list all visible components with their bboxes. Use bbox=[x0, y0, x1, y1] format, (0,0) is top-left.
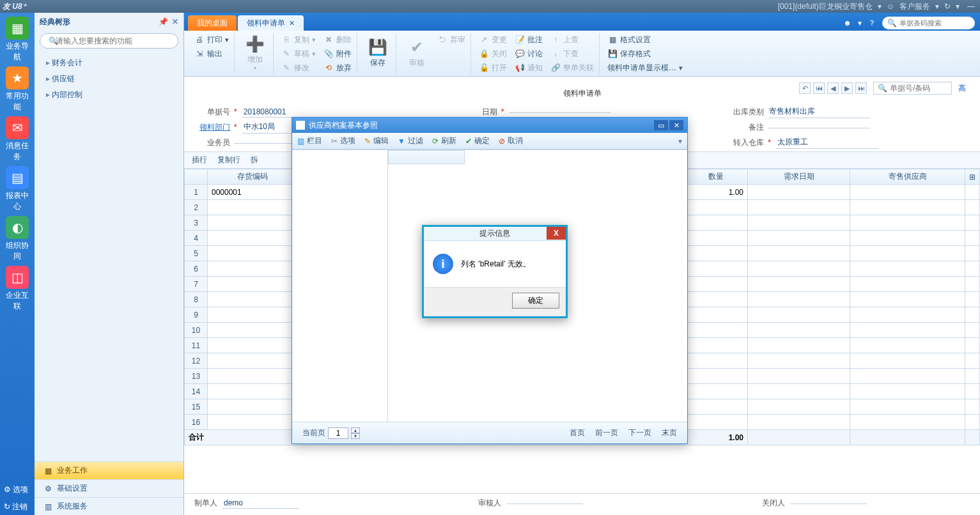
refdlg-ok-button[interactable]: ✔确定 bbox=[465, 135, 490, 146]
pager-last-button[interactable]: 末页 bbox=[662, 427, 677, 438]
minimize-button[interactable]: — bbox=[965, 2, 977, 11]
nav-prev-button[interactable]: ◀ bbox=[827, 82, 839, 94]
copy-row-button[interactable]: 复制行 bbox=[217, 155, 240, 165]
col-code[interactable]: 存货编码 bbox=[208, 169, 297, 185]
refdlg-minimize-button[interactable]: ▭ bbox=[654, 120, 668, 130]
pin-icon[interactable]: 📌 bbox=[159, 17, 168, 26]
rail-logout[interactable]: ↻ 注销 bbox=[0, 499, 35, 515]
rail-favorites[interactable]: ★常用功能 bbox=[3, 65, 32, 114]
close-icon[interactable]: ✕ bbox=[172, 17, 178, 26]
tree-node-internal[interactable]: 内部控制 bbox=[46, 87, 183, 103]
rail-messages[interactable]: ✉消息任务 bbox=[3, 115, 32, 164]
refdlg-col-header[interactable] bbox=[388, 150, 465, 164]
nav-last-button[interactable]: ⏭ bbox=[855, 82, 867, 94]
batch-button[interactable]: 📝批注 bbox=[515, 33, 543, 46]
refresh-icon[interactable]: ↻ bbox=[944, 2, 951, 11]
pager-up-button[interactable]: ▲ bbox=[351, 427, 360, 433]
refdlg-cancel-button[interactable]: ⊘取消 bbox=[499, 135, 523, 146]
refdlg-tree-pane[interactable] bbox=[292, 150, 388, 422]
refdlg-close-button[interactable]: ✕ bbox=[669, 120, 683, 130]
smile-icon[interactable]: ☻ bbox=[843, 19, 852, 27]
chevron-down-icon[interactable]: ▾ bbox=[858, 19, 862, 27]
pager-first-button[interactable]: 首页 bbox=[570, 427, 585, 438]
tree-search-input[interactable] bbox=[40, 33, 178, 49]
date-value[interactable] bbox=[509, 111, 611, 113]
tree-node-finance[interactable]: 财务会计 bbox=[46, 55, 183, 71]
help-icon[interactable]: ？ bbox=[868, 18, 876, 29]
btab-system[interactable]: ▥系统服务 bbox=[35, 497, 183, 515]
reject-icon: ⮌ bbox=[437, 35, 447, 45]
alert-ok-button[interactable]: 确定 bbox=[512, 293, 559, 309]
close-icon[interactable]: ✕ bbox=[289, 19, 295, 27]
refdlg-edit-button[interactable]: ✎编辑 bbox=[364, 135, 389, 146]
refdlg-filter-button[interactable]: ▼过滤 bbox=[398, 135, 423, 146]
col-vendor[interactable]: 寄售供应商 bbox=[850, 169, 965, 185]
lookup-up-button[interactable]: ↑上查 bbox=[550, 33, 594, 46]
doc-search-input[interactable] bbox=[890, 84, 947, 93]
service-label[interactable]: 客户服务 bbox=[899, 1, 930, 12]
tab-desktop[interactable]: 我的桌面 bbox=[188, 15, 237, 31]
delete-button[interactable]: ✖删除 bbox=[323, 33, 352, 46]
doc-search[interactable]: 🔍 bbox=[873, 82, 952, 95]
company-dropdown-icon[interactable]: ▾ bbox=[878, 2, 882, 11]
tree-node-supply[interactable]: 供应链 bbox=[46, 71, 183, 87]
pager-prev-button[interactable]: 前一页 bbox=[595, 427, 618, 438]
pager-down-button[interactable]: ▼ bbox=[351, 433, 360, 439]
change-button[interactable]: ↗变更 bbox=[479, 33, 507, 46]
refdlg-opt-button[interactable]: ✂选项 bbox=[331, 135, 355, 146]
refdlg-col-button[interactable]: ▥栏目 bbox=[297, 135, 322, 146]
close-button[interactable]: 🔒关闭 bbox=[479, 47, 507, 60]
assoc-button[interactable]: 🔗整单关联 bbox=[550, 61, 594, 74]
col-qty[interactable]: 数量 bbox=[684, 169, 748, 185]
add-button[interactable]: ➕增加▾ bbox=[242, 33, 268, 72]
rail-options[interactable]: ⚙ 选项 bbox=[0, 482, 35, 498]
audit-button[interactable]: ✔审核 bbox=[404, 33, 430, 72]
barcode-search[interactable]: 🔍 bbox=[882, 17, 975, 29]
service-dropdown-icon[interactable]: ▾ bbox=[935, 2, 939, 11]
pager-input[interactable] bbox=[328, 427, 348, 439]
notify-button[interactable]: 📢通知 bbox=[515, 61, 543, 74]
rail-enterprise[interactable]: ◫企业互联 bbox=[3, 265, 32, 313]
saveformat-button[interactable]: 💾保存格式 bbox=[607, 47, 683, 60]
refdlg-refresh-button[interactable]: ⟳刷新 bbox=[432, 135, 456, 146]
reject-button[interactable]: ⮌弃审 bbox=[437, 33, 465, 46]
tab-material-request[interactable]: 领料申请单✕ bbox=[238, 15, 304, 31]
nav-undo-button[interactable]: ↶ bbox=[799, 82, 811, 94]
format-icon: ▦ bbox=[607, 35, 618, 45]
nav-first-button[interactable]: ⏮ bbox=[813, 82, 825, 94]
print-button[interactable]: 🖨打印 ▾ bbox=[194, 33, 229, 46]
split-row-button[interactable]: 拆 bbox=[251, 155, 258, 165]
abandon-button[interactable]: ⟲放弃 bbox=[323, 61, 352, 74]
rail-business-nav[interactable]: ▦业务导航 bbox=[3, 15, 32, 64]
save-button[interactable]: 💾保存 bbox=[365, 33, 391, 72]
barcode-search-input[interactable] bbox=[899, 19, 970, 27]
lookup-down-button[interactable]: ↓下查 bbox=[550, 47, 594, 60]
alert-close-button[interactable]: X bbox=[547, 227, 566, 240]
insert-row-button[interactable]: 插行 bbox=[192, 155, 207, 165]
rail-org[interactable]: ◐组织协同 bbox=[3, 215, 32, 263]
attach-button[interactable]: 📎附件 bbox=[323, 47, 352, 60]
col-expand[interactable]: ⊞ bbox=[965, 169, 980, 185]
copy-button[interactable]: ⎘复制 ▾ bbox=[281, 33, 316, 46]
nav-next-button[interactable]: ▶ bbox=[841, 82, 853, 94]
rail-reports[interactable]: ▤报表中心 bbox=[3, 165, 32, 213]
draft-button[interactable]: ✎草稿 ▾ bbox=[281, 47, 316, 60]
modify-button[interactable]: ✎修改 bbox=[281, 61, 316, 74]
btab-business[interactable]: ▦业务工作 bbox=[35, 461, 183, 479]
outtype-value[interactable]: 寄售材料出库 bbox=[768, 105, 870, 118]
btab-basic[interactable]: ⚙基础设置 bbox=[35, 479, 183, 497]
pager-next-button[interactable]: 下一页 bbox=[628, 427, 651, 438]
remark-value[interactable] bbox=[768, 127, 870, 128]
more-link[interactable]: 高 bbox=[958, 83, 966, 94]
inwh-value[interactable]: 太原重工 bbox=[776, 136, 878, 149]
refdlg-dropdown-icon[interactable]: ▾ bbox=[678, 137, 682, 146]
output-button[interactable]: ⇲输出 bbox=[194, 47, 229, 60]
format-button[interactable]: ▦格式设置 bbox=[607, 33, 683, 46]
dept-label[interactable]: 领料部门 bbox=[194, 122, 230, 133]
display-template[interactable]: 领料申请单显示模… ▾ bbox=[607, 61, 683, 74]
open-button[interactable]: 🔓打开 bbox=[479, 61, 507, 74]
dropdown-icon[interactable]: ▾ bbox=[956, 2, 960, 11]
discuss-button[interactable]: 💬讨论 bbox=[515, 47, 543, 60]
docno-value[interactable]: 2018080001 bbox=[242, 107, 345, 118]
col-date[interactable]: 需求日期 bbox=[748, 169, 850, 185]
